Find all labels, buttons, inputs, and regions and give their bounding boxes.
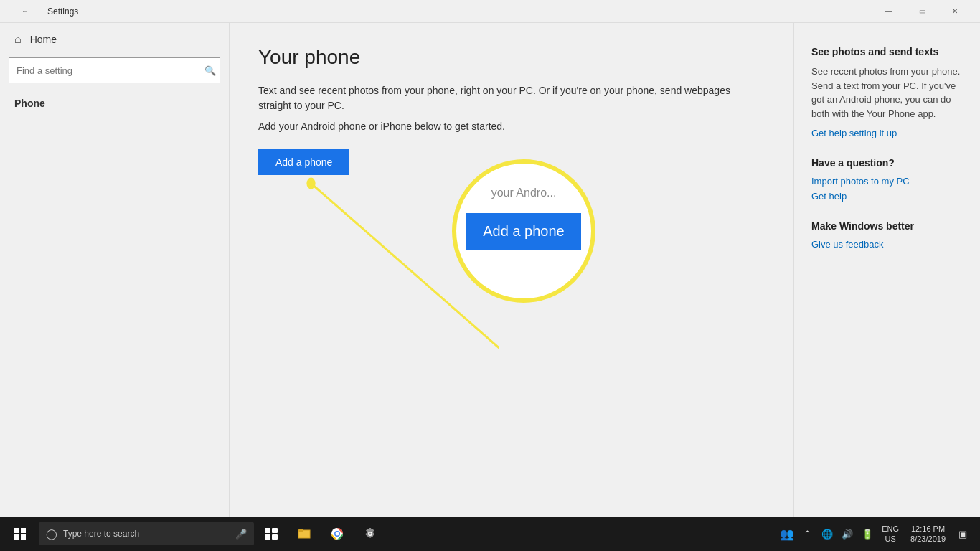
clock-date: 8/23/2019 [910,534,946,544]
network-icon[interactable]: 🌐 [819,525,836,542]
file-explorer-button[interactable] [288,517,320,551]
get-help-setting-link[interactable]: Get help setting it up [811,128,963,138]
give-feedback-link[interactable]: Give us feedback [811,239,963,250]
svg-rect-2 [14,528,19,533]
taskbar-search-text: Type here to search [63,529,139,539]
svg-rect-5 [21,534,26,540]
import-photos-link[interactable]: Import photos to my PC [811,176,963,187]
sidebar-section-phone: Phone [0,88,229,113]
zoom-circle: your Andro... Add a phone [452,159,595,303]
home-icon: ⌂ [14,33,22,46]
taskbar-mic-icon: 🎤 [235,529,247,540]
lang-top: ENG [882,524,899,534]
page-description-1: Text and see recent photos from your pho… [258,83,746,113]
svg-point-14 [336,532,339,536]
main-panel: Your phone Text and see recent photos fr… [230,23,793,517]
back-button[interactable]: ← [9,0,42,23]
page-title: Your phone [258,46,765,69]
lang-bottom: US [882,534,899,544]
close-button[interactable]: ✕ [938,0,971,23]
window-controls: — ▭ ✕ [872,0,971,23]
notification-icon[interactable]: ▣ [954,525,971,542]
svg-point-1 [306,178,315,189]
taskbar: ◯ Type here to search 🎤 [0,517,980,551]
right-section1-text: See recent photos from your phone. Send … [811,65,963,121]
sidebar: ⌂ Home 🔍 Phone [0,23,230,517]
language-indicator[interactable]: ENG US [879,524,902,545]
task-view-button[interactable] [255,517,287,551]
app-title: Settings [47,6,78,17]
svg-rect-4 [14,534,19,540]
people-icon[interactable]: 👥 [778,525,796,542]
zoom-android-text: your Andro... [491,187,557,199]
home-label: Home [30,34,57,45]
search-icon[interactable]: 🔍 [204,65,216,76]
search-input[interactable] [9,57,220,83]
get-help-link[interactable]: Get help [811,191,963,202]
add-phone-button[interactable]: Add a phone [258,149,349,175]
settings-button[interactable] [354,517,386,551]
page-description-2: Add your Android phone or iPhone below t… [258,121,765,132]
chrome-button[interactable] [321,517,353,551]
battery-icon[interactable]: 🔋 [859,525,876,542]
right-panel: See photos and send texts See recent pho… [793,23,980,517]
title-bar-left: ← Settings [9,0,872,23]
home-nav-item[interactable]: ⌂ Home [0,26,229,53]
taskbar-right: 👥 ⌃ 🌐 🔊 🔋 ENG US 12:16 PM 8/23/2019 ▣ [778,524,977,545]
svg-rect-6 [265,528,270,533]
clock-time: 12:16 PM [911,524,945,534]
start-button[interactable] [3,517,37,551]
chevron-up-icon[interactable]: ⌃ [798,525,816,542]
volume-icon[interactable]: 🔊 [839,525,856,542]
clock[interactable]: 12:16 PM 8/23/2019 [905,524,951,545]
svg-rect-7 [272,528,278,533]
app-body: ⌂ Home 🔍 Phone Your phone Text and see r… [0,23,980,517]
right-section3-title: Make Windows better [811,220,963,232]
minimize-button[interactable]: — [872,0,905,23]
right-section1-title: See photos and send texts [811,46,963,57]
svg-rect-3 [21,528,26,533]
title-bar: ← Settings — ▭ ✕ [0,0,980,23]
svg-rect-11 [298,529,303,532]
right-section2-title: Have a question? [811,157,963,169]
taskbar-search[interactable]: ◯ Type here to search 🎤 [39,522,254,545]
svg-rect-9 [272,534,278,540]
svg-rect-8 [265,534,270,540]
taskbar-search-circle-icon: ◯ [46,528,57,540]
maximize-button[interactable]: ▭ [905,0,938,23]
zoom-add-phone-button[interactable]: Add a phone [466,213,581,250]
search-container: 🔍 [9,57,220,83]
